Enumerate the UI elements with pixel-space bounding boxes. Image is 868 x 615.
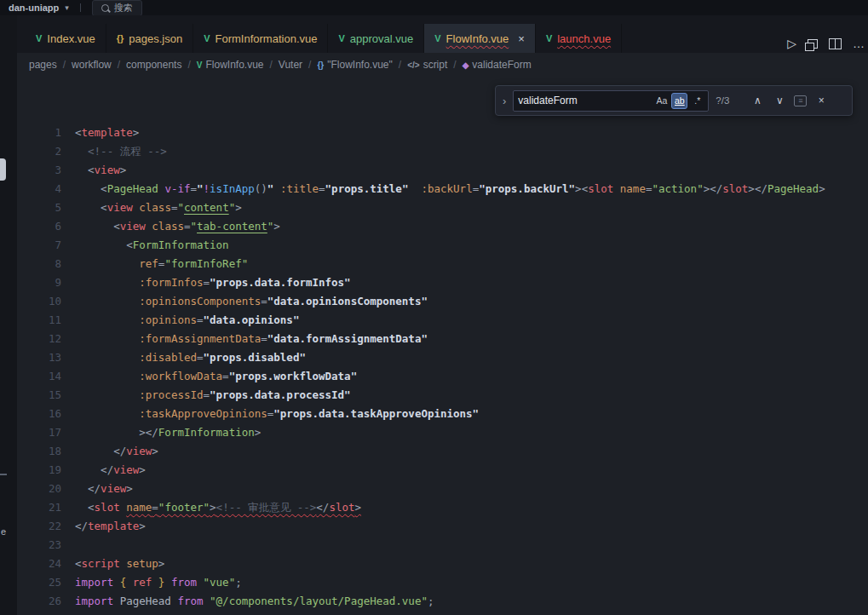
- line-number[interactable]: 22: [17, 517, 61, 536]
- line-number[interactable]: 20: [17, 480, 61, 498]
- line-number[interactable]: 7: [17, 236, 61, 255]
- tab-FlowInfo.vue[interactable]: VFlowInfo.vue×: [424, 24, 536, 53]
- caret-down-icon[interactable]: ▾: [65, 3, 69, 12]
- breadcrumb-label: "FlowInfo.vue": [327, 59, 393, 71]
- line-number[interactable]: 12: [17, 330, 61, 348]
- code-line[interactable]: <script setup>: [75, 555, 825, 573]
- match-case-button[interactable]: Aa: [653, 93, 670, 109]
- code-line[interactable]: :workflowData="props.workflowData": [75, 367, 825, 386]
- breadcrumb-separator: /: [399, 59, 401, 71]
- open-changes-button[interactable]: [808, 39, 818, 49]
- tab-FormInformation.vue[interactable]: VFormInformation.vue: [193, 24, 328, 53]
- line-number[interactable]: 13: [17, 348, 61, 367]
- project-name[interactable]: dan-uniapp: [9, 3, 59, 13]
- find-in-selection-button[interactable]: ≡: [794, 95, 807, 106]
- tab-launch.vue[interactable]: Vlaunch.vue: [536, 24, 622, 53]
- line-number[interactable]: 26: [17, 592, 61, 611]
- line-number[interactable]: 17: [17, 423, 61, 442]
- breadcrumb-item-components[interactable]: components: [126, 59, 181, 71]
- line-number[interactable]: 14: [17, 367, 61, 386]
- code-line[interactable]: </view>: [75, 442, 825, 461]
- line-number[interactable]: 15: [17, 386, 61, 405]
- code-line[interactable]: :formAssignmentData="data.formAssignment…: [75, 330, 825, 348]
- line-number[interactable]: 6: [17, 217, 61, 236]
- code-line[interactable]: </view>: [75, 461, 825, 480]
- breadcrumb-item-FlowInfo.vue[interactable]: {}"FlowInfo.vue": [317, 59, 392, 71]
- breadcrumb-item-workflow[interactable]: workflow: [72, 59, 112, 71]
- line-number[interactable]: 25: [17, 573, 61, 592]
- line-numbers: 1234567891011121314151617181920212223242…: [17, 124, 75, 611]
- line-number[interactable]: 2: [17, 142, 61, 161]
- code-token: [75, 332, 139, 345]
- code-line[interactable]: ref="formInfoRef": [75, 255, 825, 273]
- line-number[interactable]: 21: [17, 498, 61, 517]
- close-tab-icon[interactable]: ×: [518, 32, 525, 45]
- line-number[interactable]: 5: [17, 198, 61, 217]
- line-number[interactable]: 23: [17, 536, 61, 555]
- split-editor-button[interactable]: [829, 38, 842, 49]
- run-button[interactable]: ▷: [787, 37, 796, 50]
- code-token: ></: [704, 182, 723, 195]
- previous-match-button[interactable]: ∧: [750, 95, 765, 106]
- code-token: </: [75, 482, 101, 495]
- code-token: :taskApproveOpinions: [139, 407, 267, 420]
- breadcrumb-item-Vuter[interactable]: Vuter: [279, 59, 302, 71]
- line-number[interactable]: 1: [17, 124, 61, 142]
- code-line[interactable]: <PageHead v-if="!isInApp()" :title="prop…: [75, 180, 825, 198]
- next-match-button[interactable]: ∨: [772, 95, 787, 106]
- find-input[interactable]: [516, 94, 652, 107]
- vue-logo-icon: V: [434, 33, 440, 43]
- close-find-button[interactable]: ×: [813, 95, 829, 106]
- code-line[interactable]: <view class="tab-content">: [75, 217, 825, 236]
- code-line[interactable]: <view class="content">: [75, 198, 825, 217]
- code-line[interactable]: <!-- 流程 -->: [75, 142, 825, 161]
- code-line[interactable]: </template>: [75, 517, 825, 536]
- line-number[interactable]: 9: [17, 273, 61, 292]
- regex-button[interactable]: .*: [689, 93, 705, 109]
- whole-word-button[interactable]: ab: [671, 93, 687, 109]
- code-token: [75, 295, 139, 308]
- line-number[interactable]: 8: [17, 255, 61, 273]
- line-number[interactable]: 19: [17, 461, 61, 480]
- line-number[interactable]: 24: [17, 555, 61, 573]
- code-line[interactable]: [75, 536, 825, 555]
- breadcrumb-item-validateForm[interactable]: ◆validateForm: [463, 59, 532, 71]
- code-line[interactable]: <template>: [75, 124, 825, 142]
- tab-Index.vue[interactable]: VIndex.vue: [26, 24, 106, 53]
- code-line[interactable]: :taskApproveOpinions="props.data.taskApp…: [75, 405, 825, 423]
- line-number[interactable]: 10: [17, 292, 61, 311]
- line-number[interactable]: 4: [17, 180, 61, 198]
- find-results-count: ?/3: [716, 95, 743, 106]
- breadcrumb-item-pages[interactable]: pages: [29, 59, 57, 71]
- line-number[interactable]: 11: [17, 311, 61, 330]
- code-line[interactable]: <view>: [75, 161, 825, 180]
- code-line[interactable]: :processId="props.data.processId": [75, 386, 825, 405]
- code-token: >: [120, 164, 127, 176]
- toggle-replace-icon[interactable]: ›: [503, 95, 506, 107]
- code-line[interactable]: ></FormInformation>: [75, 423, 825, 442]
- code-line[interactable]: </view>: [75, 480, 825, 498]
- code-token: =: [197, 351, 204, 364]
- code-token: "props.data.taskApproveOpinions": [273, 407, 479, 420]
- code-line[interactable]: import { ref } from "vue";: [75, 573, 825, 592]
- titlebar-search[interactable]: 搜索: [92, 0, 142, 16]
- code-line[interactable]: :formInfos="props.data.formInfos": [75, 273, 825, 292]
- code-line[interactable]: :disabled="props.disabled": [75, 348, 825, 367]
- code-token: view: [107, 201, 140, 214]
- more-actions-button[interactable]: …: [853, 37, 865, 50]
- breadcrumb-item-script[interactable]: </>script: [407, 59, 447, 71]
- code-line[interactable]: import PageHead from "@/components/layou…: [75, 592, 825, 611]
- breadcrumb-item-FlowInfo.vue[interactable]: VFlowInfo.vue: [197, 59, 264, 71]
- line-number[interactable]: 3: [17, 161, 61, 180]
- line-number[interactable]: 18: [17, 442, 61, 461]
- code-token: script: [82, 557, 127, 570]
- code-token: [75, 370, 139, 382]
- code-token: !: [204, 182, 210, 195]
- code-line[interactable]: <slot name="footer"><!-- 审批意见 --></slot>: [75, 498, 825, 517]
- tab-approval.vue[interactable]: Vapproval.vue: [328, 24, 424, 53]
- line-number[interactable]: 16: [17, 405, 61, 423]
- code-line[interactable]: <FormInformation: [75, 236, 825, 255]
- tab-pages.json[interactable]: {}pages.json: [106, 24, 193, 53]
- code-line[interactable]: :opinionsComponents="data.opinionsCompon…: [75, 292, 825, 311]
- code-line[interactable]: :opinions="data.opinions": [75, 311, 825, 330]
